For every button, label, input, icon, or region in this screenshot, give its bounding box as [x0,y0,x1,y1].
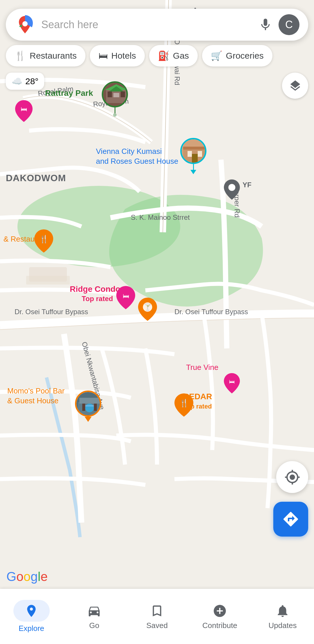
place-label-rattray: Rattray Park [45,89,93,98]
navigate-button[interactable] [273,502,308,537]
saved-label: Saved [146,621,168,630]
svg-rect-25 [79,398,100,404]
place-label-true-vine: True Vine [186,363,218,372]
google-logo: Google [6,570,48,583]
svg-rect-27 [84,405,95,406]
gas-icon: ⛽ [158,50,170,61]
user-avatar[interactable]: C [279,14,299,35]
go-icon [86,603,102,619]
svg-text:🛏: 🛏 [21,105,27,113]
pill-hotels[interactable]: 🛏 Hotels [90,45,145,66]
layers-icon [289,79,302,92]
place-label-vienna: Vienna City Kumasiand Roses Guest House [96,147,178,166]
nav-item-go[interactable]: Go [63,598,126,634]
pill-groceries[interactable]: 🛒 Groceries [202,45,272,66]
search-placeholder[interactable]: Search here [41,19,258,31]
svg-rect-3 [26,276,70,285]
svg-rect-14 [198,151,202,157]
bottom-nav: Explore Go Saved Contribute [0,589,314,644]
saved-icon [149,603,165,619]
navigate-icon [282,510,299,528]
nav-item-contribute[interactable]: Contribute [188,598,251,634]
restaurants-icon: 🍴 [15,50,26,61]
gps-icon [284,469,300,485]
pin-ridge-condos[interactable]: 🛏 [116,286,135,310]
road-label-bypass-right: Dr. Osei Tuffour Bypass [174,308,248,316]
explore-icon [24,603,40,619]
svg-rect-8 [121,91,125,97]
weather-temp: 28° [25,76,38,86]
svg-point-18 [229,184,236,191]
pin-restaurant-left[interactable]: 🍴 [34,229,53,254]
pin-true-vine[interactable]: 🛏 [224,373,240,395]
nav-item-updates[interactable]: Updates [251,598,314,634]
updates-icon [275,603,291,619]
svg-rect-13 [188,151,192,157]
photo-marker-vienna[interactable] [180,138,206,174]
photo-marker-momos[interactable] [75,391,101,422]
pill-restaurants[interactable]: 🍴 Restaurants [6,45,85,66]
map-view[interactable]: Royal Palm Royal Palm Old Bekwai Rd S. K… [0,0,314,644]
svg-rect-28 [82,404,85,411]
svg-text:🍴: 🍴 [39,234,49,244]
svg-rect-29 [94,404,97,411]
pill-gas[interactable]: ⛽ Gas [149,45,198,66]
weather-icon: ☁️ [12,76,22,86]
location-button[interactable] [276,461,308,493]
svg-rect-6 [108,91,112,97]
photo-marker-rattray[interactable] [102,81,128,117]
updates-label: Updates [269,621,297,630]
svg-text:🍴: 🍴 [179,398,189,408]
pin-bar[interactable]: 🍸 [138,298,157,322]
place-label-momos: Momo's Pool Bar& Guest House [7,386,65,406]
search-bar[interactable]: Search here C [6,9,308,41]
explore-label: Explore [19,624,44,633]
svg-text:🍸: 🍸 [144,303,152,311]
svg-text:🛏: 🛏 [229,378,235,385]
svg-rect-15 [192,154,198,164]
area-label-dakodwom: DAKODWOM [6,173,66,184]
svg-text:🛏: 🛏 [123,292,129,300]
road-label-bypass-left: Dr. Osei Tuffour Bypass [15,308,88,316]
mic-icon[interactable] [258,17,273,32]
contribute-icon [212,603,228,619]
category-pills: 🍴 Restaurants 🛏 Hotels ⛽ Gas 🛒 Groceries [6,45,314,66]
pin-yf[interactable]: YF [224,179,240,201]
pin-hotel-topleft[interactable]: 🛏 [15,100,33,123]
road-label-sk-mainoo: S. K. Mainoo Strret [131,213,190,222]
go-label: Go [89,621,99,630]
contribute-label: Contribute [202,621,237,630]
svg-point-26 [85,404,94,412]
svg-rect-7 [113,93,119,97]
layer-toggle-button[interactable] [282,73,308,99]
nav-item-saved[interactable]: Saved [126,598,188,634]
groceries-icon: 🛒 [211,50,222,61]
pin-cedar[interactable]: 🍴 [174,393,193,418]
maps-logo [15,14,35,35]
nav-item-explore[interactable]: Explore [0,596,63,637]
hotels-icon: 🛏 [99,51,108,61]
svg-rect-16 [183,147,206,150]
weather-widget[interactable]: ☁️ 28° [6,73,44,90]
